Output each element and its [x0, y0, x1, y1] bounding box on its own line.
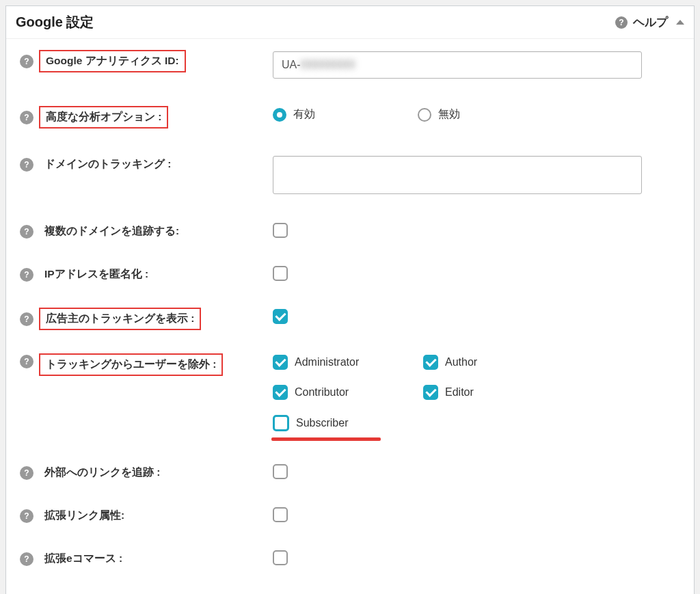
- role-subscriber-label: Subscriber: [296, 417, 348, 429]
- question-icon[interactable]: ?: [20, 509, 33, 523]
- question-icon[interactable]: ?: [20, 355, 33, 368]
- question-icon[interactable]: ?: [20, 466, 33, 480]
- enhanced-link-attr-checkbox[interactable]: [273, 507, 288, 522]
- label-enhanced-link-attr: 拡張リンク属性:: [40, 507, 129, 524]
- row-track-outbound: ? 外部へのリンクを追跡 :: [20, 464, 680, 481]
- row-ga-id: ? Google アナリティクス ID: UA-000000000: [20, 51, 680, 79]
- role-editor[interactable]: Editor: [423, 385, 574, 400]
- help-toggle[interactable]: ? ヘルプ: [615, 14, 684, 30]
- google-settings-panel: Google 設定 ? ヘルプ ? Google アナリティクス ID: UA-…: [5, 5, 695, 594]
- role-contributor[interactable]: Contributor: [273, 385, 423, 400]
- advanced-analysis-radios: 有効 無効: [273, 107, 460, 122]
- track-outbound-checkbox[interactable]: [273, 464, 288, 479]
- question-icon[interactable]: ?: [20, 158, 33, 172]
- role-administrator-checkbox[interactable]: [273, 355, 288, 370]
- question-icon[interactable]: ?: [20, 312, 33, 326]
- role-editor-checkbox[interactable]: [423, 385, 438, 400]
- label-track-multi-domain: 複数のドメインを追跡する:: [40, 223, 183, 240]
- panel-body: ? Google アナリティクス ID: UA-000000000 ? 高度な分…: [6, 39, 694, 594]
- row-domain-tracking: ? ドメインのトラッキング :: [20, 156, 680, 194]
- track-multi-domain-checkbox[interactable]: [273, 223, 288, 238]
- row-track-multi-domain: ? 複数のドメインを追跡する:: [20, 223, 680, 240]
- question-icon[interactable]: ?: [20, 111, 33, 124]
- role-author-checkbox[interactable]: [423, 355, 438, 370]
- question-icon: ?: [615, 16, 628, 29]
- ga-id-input[interactable]: UA-000000000: [273, 51, 642, 79]
- role-author-label: Author: [445, 356, 477, 368]
- role-administrator[interactable]: Administrator: [273, 355, 423, 370]
- label-exclude-users: トラッキングからユーザーを除外 :: [40, 355, 221, 375]
- ga-id-blurred: 000000000: [301, 59, 355, 71]
- advertiser-tracking-checkbox[interactable]: [273, 309, 288, 324]
- panel-header: Google 設定 ? ヘルプ: [6, 6, 694, 39]
- row-advertiser-tracking: ? 広告主のトラッキングを表示 :: [20, 309, 680, 329]
- row-enhanced-ecommerce: ? 拡張eコマース :: [20, 550, 680, 567]
- role-contributor-checkbox[interactable]: [273, 385, 288, 400]
- role-editor-label: Editor: [445, 386, 474, 399]
- radio-icon: [273, 108, 286, 122]
- exclude-users-grid: Administrator Author Contributor Editor: [273, 355, 574, 431]
- role-author[interactable]: Author: [423, 355, 574, 370]
- question-icon[interactable]: ?: [20, 268, 33, 282]
- row-exclude-users: ? トラッキングからユーザーを除外 : Administrator Author: [20, 355, 680, 431]
- caret-up-icon: [676, 20, 684, 25]
- row-anonymize-ip: ? IPアドレスを匿名化 :: [20, 266, 680, 283]
- role-subscriber[interactable]: Subscriber: [273, 415, 423, 431]
- question-icon[interactable]: ?: [20, 552, 33, 566]
- row-enhanced-link-attr: ? 拡張リンク属性:: [20, 507, 680, 524]
- label-anonymize-ip: IPアドレスを匿名化 :: [40, 266, 152, 283]
- row-advanced-analysis: ? 高度な分析オプション : 有効 無効: [20, 107, 680, 127]
- anonymize-ip-checkbox[interactable]: [273, 266, 288, 281]
- role-administrator-label: Administrator: [295, 356, 359, 368]
- panel-title: Google 設定: [16, 13, 94, 31]
- enhanced-ecommerce-checkbox[interactable]: [273, 550, 288, 565]
- radio-enabled-label: 有効: [293, 107, 315, 122]
- label-advertiser-tracking: 広告主のトラッキングを表示 :: [40, 309, 200, 329]
- domain-tracking-input[interactable]: [273, 156, 642, 194]
- label-advanced-analysis: 高度な分析オプション :: [40, 107, 167, 127]
- label-track-outbound: 外部へのリンクを追跡 :: [40, 464, 164, 481]
- question-icon[interactable]: ?: [20, 225, 33, 239]
- label-enhanced-ecommerce: 拡張eコマース :: [40, 550, 126, 567]
- radio-enabled[interactable]: 有効: [273, 107, 315, 122]
- role-contributor-label: Contributor: [295, 386, 349, 399]
- radio-disabled-label: 無効: [438, 107, 460, 122]
- annotation-underline: [271, 437, 381, 441]
- label-domain-tracking: ドメインのトラッキング :: [40, 156, 175, 173]
- role-subscriber-checkbox[interactable]: [273, 415, 289, 431]
- help-label: ヘルプ: [633, 14, 668, 30]
- radio-icon: [418, 108, 431, 122]
- radio-disabled[interactable]: 無効: [418, 107, 460, 122]
- label-ga-id: Google アナリティクス ID:: [40, 51, 185, 71]
- ga-id-prefix: UA-: [282, 59, 301, 71]
- question-icon[interactable]: ?: [20, 55, 33, 68]
